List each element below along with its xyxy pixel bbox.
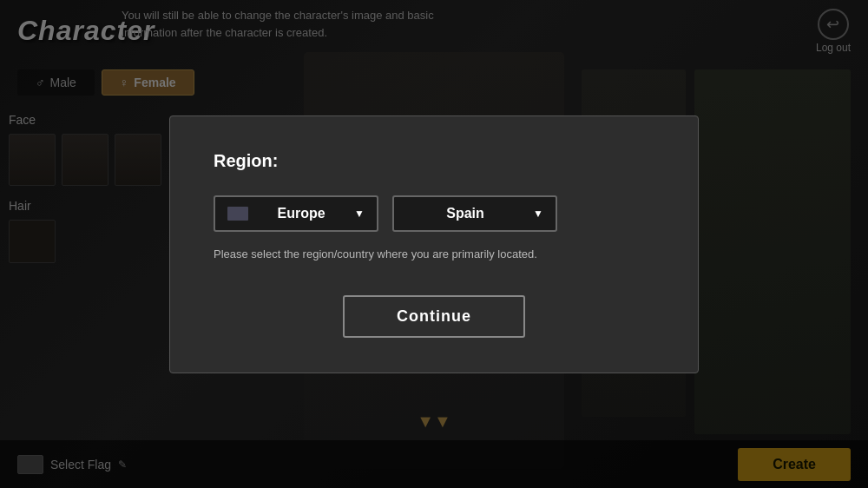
modal-overlay: Region: Europe ▼ Spain ▼ Please select t… [0, 0, 868, 488]
region-dropdown-arrow: ▼ [354, 208, 365, 220]
country-dropdown[interactable]: Spain ▼ [392, 195, 557, 232]
modal-help-text: Please select the region/country where y… [214, 247, 654, 260]
region-label: Region: [214, 151, 654, 171]
region-value: Europe [257, 206, 345, 221]
country-value: Spain [406, 206, 524, 221]
continue-button[interactable]: Continue [343, 295, 525, 338]
modal-dropdowns: Europe ▼ Spain ▼ [214, 195, 654, 232]
region-dropdown[interactable]: Europe ▼ [214, 195, 378, 232]
country-dropdown-arrow: ▼ [533, 208, 543, 220]
region-flag-icon [227, 207, 248, 221]
region-modal: Region: Europe ▼ Spain ▼ Please select t… [169, 115, 699, 373]
